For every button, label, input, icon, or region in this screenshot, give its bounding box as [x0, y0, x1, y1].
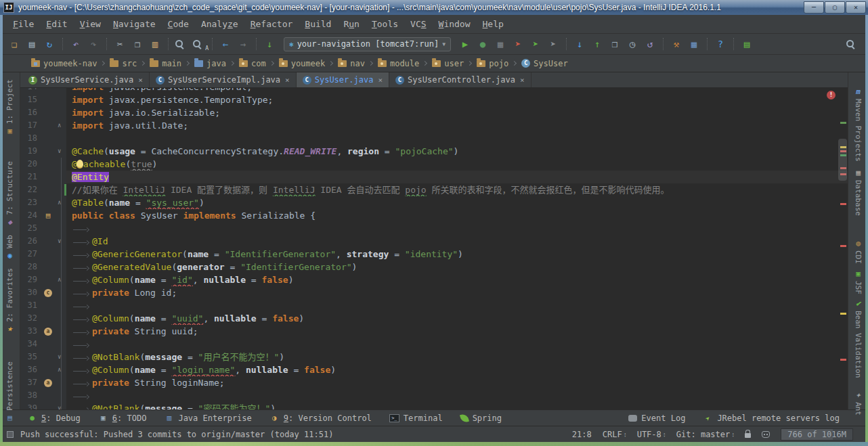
field-gutter-icon[interactable]: a	[41, 376, 56, 389]
code-text[interactable]: @Cache(usage = CacheConcurrencyStrategy.…	[66, 145, 848, 158]
tool-button-6-todo[interactable]: ▣6: TODO	[98, 414, 147, 423]
toolwindow-toggle-icon[interactable]	[7, 431, 14, 438]
error-stripe-mark[interactable]	[840, 313, 846, 315]
menu-run[interactable]: Run	[337, 19, 365, 29]
crumb-com[interactable]: com	[239, 59, 266, 68]
code-text[interactable]: @NotBlank(message = "用户名不能为空！")	[66, 351, 848, 363]
code-text[interactable]: @acheable(true)	[66, 158, 848, 171]
toolbar-redo-icon[interactable]: ↷	[85, 37, 102, 51]
toolbar-jrebel-sync-icon[interactable]: ▤	[739, 37, 755, 51]
tool-button-persistence[interactable]: Persistence▤	[5, 361, 14, 422]
menu-code[interactable]: Code	[162, 19, 195, 29]
toolbar-rollback-icon[interactable]: ↺	[642, 37, 658, 51]
toolbar-back-icon[interactable]: ←	[217, 37, 234, 51]
toolbar-help-icon[interactable]: ?	[712, 37, 729, 51]
tab-sysuserservice-java[interactable]: ISysUserService.java×	[22, 72, 150, 87]
code-text[interactable]: @GenericGenerator(name = "IdentifierGene…	[66, 248, 848, 261]
tab-sysuser-java[interactable]: CSysUser.java×	[297, 72, 389, 87]
close-button[interactable]: ✕	[846, 1, 866, 14]
code-text[interactable]: import javax.persistence.TemporalType;	[66, 93, 848, 106]
toolbar-synchronize-icon[interactable]: ↻	[41, 37, 58, 51]
error-stripe-mark[interactable]	[840, 203, 846, 205]
menu-help[interactable]: Help	[477, 19, 510, 29]
code-text[interactable]	[66, 338, 848, 351]
tool-button-event-log[interactable]: Event Log	[628, 414, 685, 423]
toolbar-save-all-icon[interactable]: ▤	[24, 37, 40, 51]
crumb-main[interactable]: main	[150, 59, 181, 68]
code-text[interactable]: @Column(name = "id", nullable = false)	[66, 273, 848, 286]
code-text[interactable]	[66, 299, 848, 312]
fold-marker[interactable]: ∨	[56, 145, 66, 158]
toolbar-annotate-lines-icon[interactable]: ↓	[261, 37, 278, 51]
toolbar-vcs-commit-icon[interactable]: ↑	[589, 37, 605, 51]
fold-marker[interactable]: ∧	[56, 196, 66, 209]
error-stripe-mark[interactable]	[840, 245, 846, 247]
tool-button-1-project[interactable]: 1: Project▣	[5, 79, 14, 135]
toolbar-settings-icon[interactable]: ⚒	[668, 37, 685, 51]
close-icon[interactable]: ×	[520, 76, 525, 85]
menu-tools[interactable]: Tools	[366, 19, 404, 29]
toolbar-paste-icon[interactable]: ▥	[147, 37, 163, 51]
close-icon[interactable]: ×	[285, 76, 290, 85]
close-icon[interactable]: ×	[378, 76, 383, 85]
code-editor[interactable]: 14import javax.persistence.Temporal;15im…	[20, 88, 848, 409]
tool-button-maven-projects[interactable]: mMaven Projects	[854, 87, 863, 162]
memory-indicator[interactable]: 766 of 1016M	[781, 428, 853, 441]
toolbar-open-file-icon[interactable]: ❏	[6, 37, 22, 51]
crumb-nav[interactable]: nav	[338, 59, 365, 68]
code-text[interactable]: private String uuid;	[66, 325, 848, 338]
tool-button-java-enterprise[interactable]: ▥Java Enterprise	[164, 414, 251, 423]
code-text[interactable]	[66, 132, 848, 145]
tool-button-spring[interactable]: Spring	[460, 414, 502, 423]
menu-vcs[interactable]: VCS	[404, 19, 432, 29]
crumb-user[interactable]: user	[432, 59, 464, 68]
menu-build[interactable]: Build	[299, 19, 337, 29]
tool-button-jsf[interactable]: ▣JSF	[854, 269, 863, 294]
menu-refactor[interactable]: Refactor	[244, 19, 299, 29]
fold-marker[interactable]: ∧	[56, 119, 66, 132]
error-stripe-mark[interactable]	[840, 122, 846, 124]
field-gutter-icon[interactable]: a	[41, 325, 56, 338]
fold-marker[interactable]: ∨	[56, 402, 66, 409]
menu-file[interactable]: File	[7, 19, 40, 29]
code-text[interactable]: public class SysUser implements Serializ…	[66, 209, 848, 222]
tool-button-cdi[interactable]: ◍CDI	[854, 239, 863, 264]
toolbar-search-everywhere-icon[interactable]	[844, 38, 861, 50]
menu-view[interactable]: View	[74, 19, 107, 29]
field-gutter-icon[interactable]: c	[41, 286, 56, 299]
code-text[interactable]: @Entity	[66, 171, 848, 183]
fold-marker[interactable]: ∨	[56, 351, 66, 363]
crumb-sysuser[interactable]: CSysUser	[521, 59, 568, 68]
code-text[interactable]: //如果你在 IntelliJ IDEA 配置了数据源，则 IntelliJ I…	[66, 183, 848, 196]
code-text[interactable]: private Long id;	[66, 286, 848, 299]
crumb-youmeek-nav[interactable]: youmeek-nav	[31, 59, 97, 68]
code-text[interactable]: import java.util.Date;	[66, 119, 848, 132]
toolbar-shelve-icon[interactable]: ❒	[607, 37, 623, 51]
error-stripe-mark[interactable]	[840, 359, 846, 361]
tool-button-5-debug[interactable]: ●5: Debug	[27, 414, 81, 423]
toolbar-cut-icon[interactable]: ✂	[112, 37, 128, 51]
menu-window[interactable]: Window	[433, 19, 477, 29]
toolbar-project-structure-icon[interactable]: ▦	[686, 37, 702, 51]
error-indicator-badge[interactable]: !	[827, 91, 836, 99]
code-text[interactable]: private String loginName;	[66, 376, 848, 389]
toolbar-copy-icon[interactable]: ❐	[129, 37, 146, 51]
tool-button-7-structure[interactable]: 7: Structure❖	[5, 161, 14, 226]
tool-button-web[interactable]: Web◉	[5, 235, 14, 260]
minimize-button[interactable]: ─	[804, 1, 824, 14]
menu-navigate[interactable]: Navigate	[107, 19, 162, 29]
toolbar-debug-icon[interactable]: ●	[475, 37, 491, 51]
toolbar-history-icon[interactable]: ◷	[624, 37, 641, 51]
code-text[interactable]: @NotBlank(message = "密码不能为空！")	[66, 402, 848, 409]
lock-icon[interactable]	[745, 433, 751, 438]
tool-button-ant[interactable]: ✦Ant	[854, 391, 863, 416]
tool-button-bean-validation[interactable]: ✔Bean Validation	[854, 299, 863, 378]
fold-marker[interactable]: ∧	[56, 363, 66, 376]
fold-marker[interactable]: ∨	[56, 235, 66, 248]
code-text[interactable]: import java.io.Serializable;	[66, 106, 848, 119]
fold-marker[interactable]: ∧	[56, 273, 66, 286]
code-text[interactable]: @Table(name = "sys_user")	[66, 196, 848, 209]
crumb-pojo[interactable]: pojo	[477, 59, 508, 68]
toolbar-jrebel-debug-icon[interactable]: ➤	[527, 37, 544, 51]
code-text[interactable]: @Id	[66, 235, 848, 248]
